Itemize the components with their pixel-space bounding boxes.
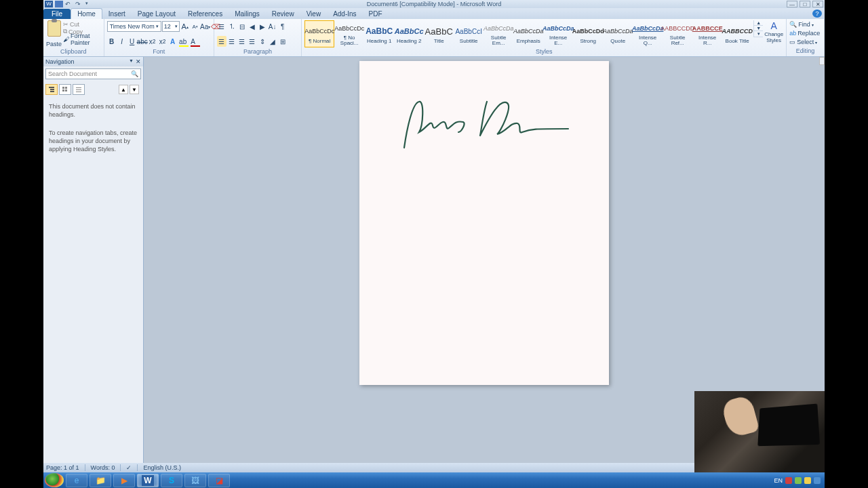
italic-button[interactable]: I bbox=[117, 36, 127, 47]
status-proofing-icon[interactable]: ✓ bbox=[126, 464, 132, 471]
tab-page-layout[interactable]: Page Layout bbox=[132, 9, 182, 19]
nav-dropdown-icon[interactable]: ▼ bbox=[129, 58, 134, 65]
editing-label: Editing bbox=[789, 47, 821, 55]
nav-tab-pages[interactable] bbox=[59, 84, 71, 95]
underline-button[interactable]: U bbox=[127, 36, 137, 47]
tray-icon-3[interactable] bbox=[804, 477, 811, 484]
superscript-button[interactable]: x2 bbox=[158, 36, 167, 47]
styles-up-icon[interactable]: ▲ bbox=[754, 20, 763, 26]
tab-file[interactable]: File bbox=[43, 9, 71, 19]
help-icon[interactable]: ? bbox=[812, 9, 822, 18]
taskbar-photos[interactable]: 🖼 bbox=[184, 474, 206, 487]
nav-close-icon[interactable]: ✕ bbox=[136, 58, 141, 65]
document-page[interactable] bbox=[359, 61, 609, 385]
font-name-input[interactable]: Times New Rom▾ bbox=[107, 21, 161, 32]
line-spacing-button[interactable]: ⇕ bbox=[258, 36, 267, 47]
style-intense-q-[interactable]: AaBbCcDaIntense Q... bbox=[633, 20, 663, 47]
style-subtle-em-[interactable]: AaBbCcDaSubtle Em... bbox=[484, 20, 513, 47]
justify-button[interactable]: ☰ bbox=[248, 36, 257, 47]
style-subtitle[interactable]: AaBbCcISubtitle bbox=[454, 20, 484, 47]
tab-review[interactable]: Review bbox=[266, 9, 300, 19]
tab-home[interactable]: Home bbox=[71, 8, 102, 19]
tray-icon-4[interactable] bbox=[814, 477, 821, 484]
style-book-title[interactable]: AABBCCDBook Title bbox=[722, 20, 752, 47]
taskbar-skype[interactable]: S bbox=[161, 474, 182, 487]
svg-rect-2 bbox=[50, 91, 54, 92]
taskbar-explorer[interactable]: 📁 bbox=[90, 474, 111, 487]
multilevel-button[interactable]: ⊟ bbox=[237, 21, 247, 32]
nav-tab-headings[interactable] bbox=[45, 84, 58, 95]
styles-down-icon[interactable]: ▼ bbox=[754, 26, 763, 31]
undo-icon[interactable]: ↶ bbox=[65, 1, 73, 7]
paste-button[interactable]: Paste bbox=[46, 20, 62, 47]
tab-pdf[interactable]: PDF bbox=[363, 9, 389, 19]
start-button[interactable] bbox=[45, 473, 64, 487]
style-strong[interactable]: AaBbCcDdStrong bbox=[573, 20, 603, 47]
subscript-button[interactable]: x2 bbox=[148, 36, 157, 47]
status-language[interactable]: English (U.S.) bbox=[143, 464, 181, 471]
change-case-icon[interactable]: Aa▾ bbox=[201, 21, 210, 32]
tab-insert[interactable]: Insert bbox=[102, 9, 132, 19]
taskbar-word[interactable]: W bbox=[137, 474, 159, 487]
style-heading-1[interactable]: AaBbCHeading 1 bbox=[364, 20, 394, 47]
nav-search-input[interactable]: Search Document 🔍 bbox=[45, 68, 141, 79]
nav-prev-icon[interactable]: ▲ bbox=[119, 85, 128, 94]
align-center-button[interactable]: ☰ bbox=[227, 36, 237, 47]
font-color-button[interactable]: A bbox=[189, 36, 198, 47]
style-quote[interactable]: AaBbCcDaQuote bbox=[603, 20, 633, 47]
save-icon[interactable] bbox=[55, 1, 63, 7]
shrink-font-icon[interactable]: A▾ bbox=[191, 21, 200, 32]
tab-references[interactable]: References bbox=[182, 9, 229, 19]
qat-dropdown-icon[interactable]: ▾ bbox=[85, 1, 94, 7]
status-page[interactable]: Page: 1 of 1 bbox=[46, 464, 79, 471]
replace-button[interactable]: abReplace bbox=[789, 29, 820, 37]
tab-addins[interactable]: Add-Ins bbox=[327, 9, 362, 19]
minimize-button[interactable]: — bbox=[787, 1, 797, 7]
decrease-indent-button[interactable]: ◀ bbox=[248, 21, 257, 32]
borders-button[interactable]: ⊞ bbox=[278, 36, 288, 47]
style-emphasis[interactable]: AaBbCcDaEmphasis bbox=[513, 20, 543, 47]
font-size-input[interactable]: 12▾ bbox=[162, 21, 180, 32]
highlight-button[interactable]: ab bbox=[178, 36, 188, 47]
text-effects-icon[interactable]: A bbox=[168, 36, 178, 47]
style-intense-r-[interactable]: AABBCCEIntense R... bbox=[692, 20, 722, 47]
tab-mailings[interactable]: Mailings bbox=[229, 9, 266, 19]
style-subtle-ref-[interactable]: AABBCCDDSubtle Ref... bbox=[663, 20, 692, 47]
show-marks-button[interactable]: ¶ bbox=[278, 21, 288, 32]
bold-button[interactable]: B bbox=[107, 36, 117, 47]
grow-font-icon[interactable]: A▴ bbox=[180, 21, 190, 32]
strikethrough-button[interactable]: abc bbox=[138, 36, 147, 47]
status-words[interactable]: Words: 0 bbox=[91, 464, 115, 471]
increase-indent-button[interactable]: ▶ bbox=[258, 21, 267, 32]
numbering-button[interactable]: ⒈ bbox=[227, 21, 237, 32]
find-button[interactable]: 🔍Find▾ bbox=[789, 20, 820, 28]
taskbar-app[interactable]: ◪ bbox=[208, 474, 230, 487]
tab-view[interactable]: View bbox=[300, 9, 328, 19]
nav-tab-results[interactable] bbox=[73, 84, 85, 95]
align-right-button[interactable]: ☰ bbox=[237, 36, 247, 47]
redo-icon[interactable]: ↷ bbox=[75, 1, 83, 7]
shading-button[interactable]: ◢ bbox=[268, 36, 277, 47]
nav-next-icon[interactable]: ▼ bbox=[130, 85, 139, 94]
taskbar-media[interactable]: ▶ bbox=[113, 474, 135, 487]
copy-icon: ⧉ bbox=[63, 28, 67, 35]
bullets-button[interactable]: ☰ bbox=[217, 21, 226, 32]
format-painter-button[interactable]: 🖌Format Painter bbox=[63, 35, 101, 43]
style--normal[interactable]: AaBbCcDc¶ Normal bbox=[304, 20, 334, 47]
maximize-button[interactable]: □ bbox=[800, 1, 810, 7]
style--no-spaci-[interactable]: AaBbCcDc¶ No Spaci... bbox=[334, 20, 364, 47]
close-button[interactable]: ✕ bbox=[812, 1, 823, 7]
tray-lang[interactable]: EN bbox=[774, 477, 783, 484]
tray-icon-1[interactable] bbox=[785, 477, 792, 484]
select-button[interactable]: ▭Select▾ bbox=[789, 38, 820, 46]
tray-icon-2[interactable] bbox=[795, 477, 802, 484]
styles-more-icon[interactable]: ▾ bbox=[754, 31, 763, 37]
style-heading-2[interactable]: AaBbCcHeading 2 bbox=[394, 20, 424, 47]
ruler-toggle[interactable] bbox=[819, 57, 825, 65]
sort-button[interactable]: A↓ bbox=[268, 21, 277, 32]
style-intense-e-[interactable]: AaBbCcDaIntense E... bbox=[543, 20, 573, 47]
align-left-button[interactable]: ☰ bbox=[217, 36, 226, 47]
taskbar-ie[interactable]: e bbox=[66, 474, 87, 487]
change-styles-button[interactable]: A Change Styles bbox=[764, 20, 783, 43]
style-title[interactable]: AaBbCTitle bbox=[424, 20, 454, 47]
